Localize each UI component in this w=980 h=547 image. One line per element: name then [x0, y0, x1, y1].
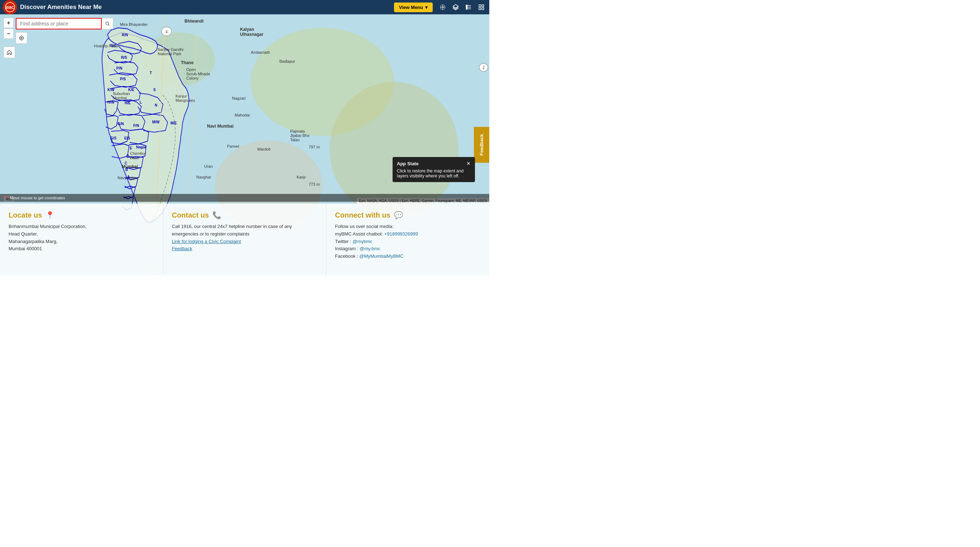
chevron-down-icon: ▾ [425, 5, 428, 10]
locate-us-body: Brihanmumbai Municipal Corporation, Head… [9, 223, 154, 253]
twitter-link[interactable]: @mybmc [352, 239, 372, 244]
bottom-info-bar: Locate us Brihanmumbai Municipal Corpora… [0, 204, 489, 275]
zoom-controls: + − [3, 18, 14, 39]
grid-toolbar-icon[interactable] [475, 1, 488, 14]
view-menu-label: View Menu [399, 5, 423, 10]
view-menu-button[interactable]: View Menu ▾ [394, 3, 433, 12]
connect-us-section: Connect with us Follow us over social me… [326, 204, 489, 275]
facebook-link[interactable]: @MyMumbaiMyBMC [359, 254, 403, 259]
search-container [16, 18, 113, 29]
popup-body: Click to restore the map extent and laye… [397, 169, 463, 179]
search-input[interactable] [16, 18, 102, 29]
app-logo: BMC [3, 0, 17, 14]
search-button[interactable] [102, 18, 113, 29]
svg-rect-14 [466, 8, 467, 9]
my-location-button[interactable] [16, 32, 27, 44]
instagram-link[interactable]: @my.bmc [360, 246, 380, 251]
chat-icon [394, 211, 403, 219]
feedback-button[interactable]: Feedback [474, 127, 489, 163]
zoom-out-button[interactable]: − [3, 29, 14, 39]
popup-title: App State [397, 161, 419, 166]
toolbar-icons [436, 1, 488, 14]
header: BMC Discover Amenities Near Me View Menu… [0, 0, 489, 14]
svg-point-35 [20, 36, 24, 40]
home-button[interactable] [3, 46, 15, 58]
svg-point-32 [106, 22, 108, 25]
locate-us-title: Locate us [9, 211, 154, 219]
chatbot-link[interactable]: +918999326999 [384, 231, 418, 237]
coords-icon: 📍 [3, 196, 8, 200]
feedback-wrapper: Feedback [474, 127, 489, 163]
feedback-link[interactable]: Feedback [172, 246, 192, 251]
svg-line-33 [108, 25, 109, 26]
svg-rect-13 [466, 7, 467, 8]
svg-rect-15 [479, 5, 481, 6]
popup-close-button[interactable]: ✕ [466, 161, 471, 166]
svg-point-2 [442, 6, 444, 8]
app-state-popup: App State ✕ Click to restore the map ext… [393, 157, 475, 182]
popup-header: App State ✕ [397, 161, 471, 166]
list-toolbar-icon[interactable] [462, 1, 475, 14]
connect-us-body: Follow us over social media: myBMC Assis… [335, 223, 481, 260]
svg-rect-12 [466, 5, 467, 6]
svg-text:BMC: BMC [6, 6, 14, 10]
svg-rect-18 [482, 8, 484, 10]
phone-icon [212, 211, 221, 219]
zoom-in-button[interactable]: + [3, 18, 14, 28]
civic-complaint-link[interactable]: Link for lodging a Civic Complaint [172, 239, 241, 244]
svg-point-34 [21, 37, 22, 39]
locate-icon [46, 211, 54, 219]
svg-rect-17 [479, 8, 481, 10]
app-title: Discover Amenities Near Me [20, 3, 394, 11]
svg-rect-16 [482, 5, 484, 6]
connect-us-title: Connect with us [335, 211, 481, 219]
location-toolbar-icon[interactable] [436, 1, 449, 14]
contact-us-title: Contact us [172, 211, 318, 219]
map-container[interactable]: 4 2 Mira Bhayander Bhiwandi KalyanUlhasn… [0, 14, 489, 275]
contact-us-body: Call 1916, our central 24x7 helpline num… [172, 223, 318, 253]
locate-us-section: Locate us Brihanmumbai Municipal Corpora… [0, 204, 163, 275]
layers-toolbar-icon[interactable] [449, 1, 462, 14]
coordinates-bar: 📍 Move mouse to get coordinates [0, 194, 489, 202]
contact-us-section: Contact us Call 1916, our central 24x7 h… [163, 204, 327, 275]
